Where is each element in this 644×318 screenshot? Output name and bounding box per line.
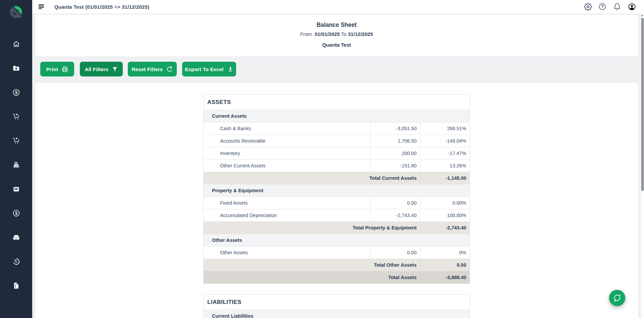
to-date: 31/12/2025 bbox=[348, 31, 373, 37]
settings-gear-icon[interactable] bbox=[584, 3, 592, 11]
account-label: Accounts Receivable bbox=[204, 135, 371, 147]
wallet-icon bbox=[12, 185, 20, 193]
group-title: Current Liabilities bbox=[204, 310, 470, 318]
section-title: LIABILITIES bbox=[204, 295, 470, 310]
from-date: 01/01/2025 bbox=[315, 31, 340, 37]
armchair-icon bbox=[12, 233, 20, 241]
account-percent: -149.04% bbox=[420, 135, 470, 147]
dollar-circle-icon: $ bbox=[12, 89, 20, 96]
page-title: Quanta Test (01/01/2025 => 31/12/2025) bbox=[54, 0, 149, 13]
group-total-row: Total Current Assets-1,145.00 bbox=[204, 172, 470, 184]
group-total-value: 0.00 bbox=[420, 259, 470, 271]
export-button-label: Export To Excel bbox=[185, 66, 223, 72]
account-row: Inventory200.00-17.47% bbox=[204, 147, 470, 160]
account-percent: 266.51% bbox=[420, 122, 470, 135]
print-button[interactable]: Print bbox=[40, 62, 74, 76]
account-percent: 100.00% bbox=[420, 209, 470, 222]
grand-total-row: Total Assets-3,888.40 bbox=[204, 271, 470, 284]
folder-star-icon bbox=[12, 64, 20, 72]
liabilities-table: LIABILITIESCurrent Liabilities bbox=[203, 294, 470, 318]
account-label: Inventory bbox=[204, 147, 371, 160]
chat-sparkle-icon bbox=[613, 294, 622, 303]
group-total-row: Total Property & Equipment-2,743.40 bbox=[204, 222, 470, 234]
account-label: Cash & Banks bbox=[204, 122, 371, 135]
account-row: Cash & Banks-3,051.50266.51% bbox=[204, 122, 470, 135]
to-label: To bbox=[341, 31, 346, 37]
sidebar-item-wallet[interactable] bbox=[0, 181, 32, 196]
scrollbar-thumb[interactable] bbox=[641, 18, 644, 191]
printer-icon bbox=[62, 66, 68, 72]
menu-toggle-icon[interactable] bbox=[39, 4, 44, 9]
group-title: Property & Equipment bbox=[204, 184, 470, 197]
svg-text:$: $ bbox=[15, 210, 17, 215]
sidebar-item-folder-star[interactable] bbox=[0, 61, 32, 75]
group-total-label: Total Property & Equipment bbox=[204, 222, 420, 234]
account-row: Other Assets0.000% bbox=[204, 247, 470, 259]
export-to-excel-button[interactable]: Export To Excel bbox=[182, 62, 236, 76]
reset-rotate-icon bbox=[166, 66, 173, 72]
account-percent: 0% bbox=[420, 247, 470, 259]
section-title: ASSETS bbox=[204, 95, 470, 110]
account-row: Accumulated Depreciation-2,743.40100.00% bbox=[204, 209, 470, 222]
account-row: Other Current Assets-151.8013.26% bbox=[204, 160, 470, 172]
from-label: From bbox=[300, 31, 312, 37]
report-company: Quanta Test bbox=[35, 42, 638, 48]
group-total-label: Total Other Assets bbox=[204, 259, 420, 271]
group-total-label: Total Current Assets bbox=[204, 172, 420, 184]
account-value: -2,743.40 bbox=[371, 209, 420, 222]
group-title: Current Assets bbox=[204, 110, 470, 122]
report-title: Balance Sheet bbox=[35, 21, 638, 29]
sidebar-item-armchair[interactable] bbox=[0, 230, 32, 245]
download-icon bbox=[227, 66, 233, 72]
report-content-card: ASSETSCurrent AssetsCash & Banks-3,051.5… bbox=[35, 83, 638, 318]
notifications-bell-icon[interactable] bbox=[613, 3, 621, 11]
home-icon bbox=[12, 40, 20, 48]
account-label: Other Current Assets bbox=[204, 160, 371, 172]
file-invoice-icon bbox=[12, 282, 20, 289]
report-date-range: From 01/01/2025 To 31/12/2025 bbox=[35, 31, 638, 37]
user-account-icon[interactable] bbox=[628, 3, 636, 11]
group-header-row: Current Assets bbox=[204, 110, 470, 122]
account-label: Accumulated Depreciation bbox=[204, 209, 371, 222]
grand-total-label: Total Assets bbox=[204, 271, 420, 284]
group-total-value: -2,743.40 bbox=[420, 222, 470, 234]
account-row: Accounts Receivable1,706.50-149.04% bbox=[204, 135, 470, 147]
group-title: Other Assets bbox=[204, 234, 470, 247]
account-label: Fixed Assets bbox=[204, 197, 371, 209]
account-label: Other Assets bbox=[204, 247, 371, 259]
grand-total-value: -3,888.40 bbox=[420, 271, 470, 284]
reset-filters-button-label: Reset Filters bbox=[132, 66, 163, 72]
all-filters-button-label: All Filters bbox=[85, 66, 109, 72]
account-value: -3,051.50 bbox=[371, 122, 420, 135]
account-value: 0.00 bbox=[371, 197, 420, 209]
sidebar-item-cart-plus[interactable] bbox=[0, 133, 32, 148]
group-header-row: Other Assets bbox=[204, 234, 470, 247]
report-header-card: Balance Sheet From 01/01/2025 To 31/12/2… bbox=[35, 15, 638, 56]
sidebar-item-dollar-circle[interactable]: $ bbox=[0, 206, 32, 220]
quanta-logo[interactable] bbox=[10, 5, 23, 20]
timer-icon bbox=[12, 258, 20, 265]
sidebar-item-cart-arrow[interactable] bbox=[0, 109, 32, 124]
help-icon[interactable] bbox=[598, 3, 606, 11]
reset-filters-button[interactable]: Reset Filters bbox=[128, 62, 177, 76]
cart-plus-icon bbox=[12, 137, 20, 145]
sidebar-item-dollar-circle[interactable]: $ bbox=[0, 85, 32, 100]
account-row: Fixed Assets0.000.00% bbox=[204, 197, 470, 209]
cart-arrow-icon bbox=[12, 113, 20, 120]
sidebar-item-cash-register[interactable] bbox=[0, 157, 32, 172]
all-filters-button[interactable]: All Filters bbox=[80, 62, 123, 76]
section-header-row: LIABILITIES bbox=[204, 295, 470, 310]
group-total-value: -1,145.00 bbox=[420, 172, 470, 184]
sidebar-item-home[interactable] bbox=[0, 37, 32, 51]
dollar-circle-icon: $ bbox=[12, 209, 20, 217]
account-percent: 13.26% bbox=[420, 160, 470, 172]
scrollbar-up-arrow[interactable] bbox=[641, 15, 643, 16]
account-value: 200.00 bbox=[371, 147, 420, 160]
assistant-fab-button[interactable] bbox=[609, 290, 625, 306]
sidebar-item-timer[interactable] bbox=[0, 254, 32, 269]
section-header-row: ASSETS bbox=[204, 95, 470, 110]
sidebar-item-file-invoice[interactable] bbox=[0, 278, 32, 293]
account-value: -151.80 bbox=[371, 160, 420, 172]
account-percent: -17.47% bbox=[420, 147, 470, 160]
group-header-row: Current Liabilities bbox=[204, 310, 470, 318]
